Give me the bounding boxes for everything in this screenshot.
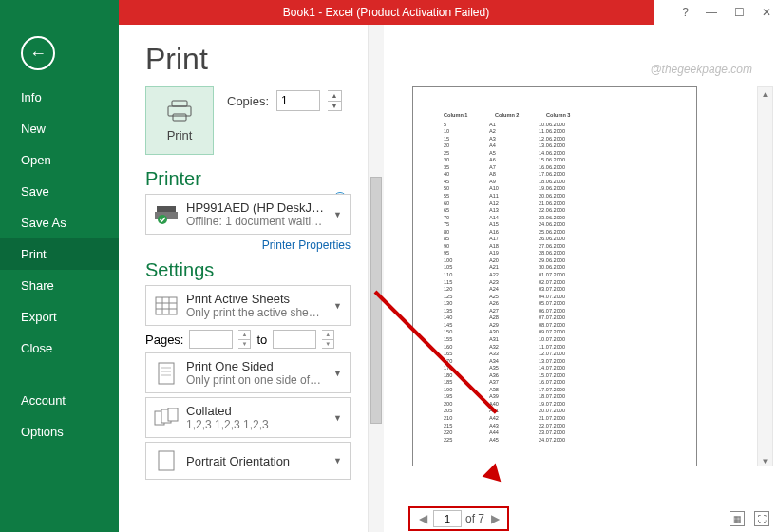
window-title: Book1 - Excel (Product Activation Failed… [119,0,654,25]
print-settings-column: Print Print Copies: ▲▼ Printer i HP991AE… [119,25,368,532]
sidebar-item-new[interactable]: New [0,113,119,144]
sidebar-item-save[interactable]: Save [0,176,119,207]
orientation-selector[interactable]: Portrait Orientation ▼ [145,442,351,480]
sidebar-item-save-as[interactable]: Save As [0,207,119,238]
svg-rect-11 [159,363,174,384]
next-page-button[interactable]: ▶ [488,512,502,525]
zoom-to-page-button[interactable]: ⛶ [754,511,769,526]
pages-from-input[interactable] [189,330,233,349]
page-count-label: of 7 [465,512,484,525]
maximize-button[interactable]: ☐ [734,6,745,19]
copies-input[interactable] [276,90,320,111]
copies-spinner[interactable]: ▲▼ [328,90,342,111]
watermark: @thegeekpage.com [650,63,752,76]
print-button[interactable]: Print [145,86,214,155]
print-scope-selector[interactable]: Print Active Sheets Only print the activ… [145,285,351,326]
chevron-down-icon: ▼ [333,210,342,219]
sheet-icon [154,294,179,318]
printer-status-icon [154,202,179,227]
pages-from-spinner[interactable]: ▲▼ [238,330,251,349]
chevron-down-icon: ▼ [333,369,342,378]
sidebar-item-open[interactable]: Open [0,144,119,176]
sidebar-item-share[interactable]: Share [0,270,119,301]
svg-rect-2 [173,114,186,121]
print-scope-sub: Only print the active she… [186,306,326,319]
pages-to-spinner[interactable]: ▲▼ [322,330,334,349]
pages-to-label: to [256,332,267,347]
settings-scrollbar[interactable] [368,25,384,532]
pages-label: Pages: [145,332,183,347]
svg-rect-3 [157,206,176,212]
sidebar-item-export[interactable]: Export [0,301,119,332]
close-button[interactable]: ✕ [762,6,771,19]
printer-status: Offline: 1 document waiti… [186,215,326,228]
print-scope-title: Print Active Sheets [186,292,326,306]
svg-rect-6 [156,297,177,314]
pages-to-input[interactable] [273,330,316,349]
title-bar-accent [0,0,119,25]
preview-scrollbar[interactable]: ▲▼ [757,86,773,466]
orientation-title: Portrait Orientation [186,454,326,468]
copies-label: Copies: [227,94,269,108]
portrait-icon [154,448,179,473]
collate-icon [154,406,179,430]
sidebar-item-options[interactable]: Options [0,416,119,447]
svg-rect-0 [172,101,187,106]
sides-selector[interactable]: Print One Sided Only print on one side o… [145,352,351,393]
printer-properties-link[interactable]: Printer Properties [145,238,351,252]
svg-rect-17 [168,408,178,421]
preview-page: Column 1Column 2Column 35A110.06.200010A… [412,86,697,466]
collate-title: Collated [186,404,326,418]
current-page-input[interactable] [433,510,462,527]
sidebar-item-close[interactable]: Close [0,332,119,364]
page-title: Print [145,42,368,77]
page-navigator: ◀ of 7 ▶ [408,506,509,531]
minimize-button[interactable]: — [706,6,717,19]
sidebar-item-account[interactable]: Account [0,385,119,416]
sides-title: Print One Sided [186,359,326,373]
sidebar-item-info[interactable]: Info [0,82,119,113]
print-button-label: Print [167,128,193,142]
backstage-sidebar: ← InfoNewOpenSaveSave AsPrintShareExport… [0,25,119,532]
chevron-down-icon: ▼ [333,301,342,311]
printer-selector[interactable]: HP991AED (HP DeskJet Pl… Offline: 1 docu… [145,194,351,235]
help-button[interactable]: ? [682,6,689,19]
collate-selector[interactable]: Collated 1,2,3 1,2,3 1,2,3 ▼ [145,397,351,438]
prev-page-button[interactable]: ◀ [416,512,429,525]
svg-rect-18 [159,451,174,470]
chevron-down-icon: ▼ [333,456,342,466]
settings-section-title: Settings [145,259,368,281]
page-icon [154,361,179,386]
print-preview: @thegeekpage.com Column 1Column 2Column … [384,25,777,532]
title-bar: Book1 - Excel (Product Activation Failed… [0,0,777,25]
back-button[interactable]: ← [21,36,55,70]
preview-footer: ◀ of 7 ▶ ▦ ⛶ [384,504,777,532]
printer-icon [166,100,193,123]
sides-sub: Only print on one side of… [186,373,326,387]
printer-section-title: Printer [145,168,368,190]
collate-sub: 1,2,3 1,2,3 1,2,3 [186,418,326,431]
chevron-down-icon: ▼ [333,413,342,423]
printer-name: HP991AED (HP DeskJet Pl… [186,200,326,215]
sidebar-item-print[interactable]: Print [0,238,119,270]
show-margins-button[interactable]: ▦ [730,511,745,526]
svg-point-5 [158,215,167,224]
main-content: Print Print Copies: ▲▼ Printer i HP991AE… [119,25,777,532]
